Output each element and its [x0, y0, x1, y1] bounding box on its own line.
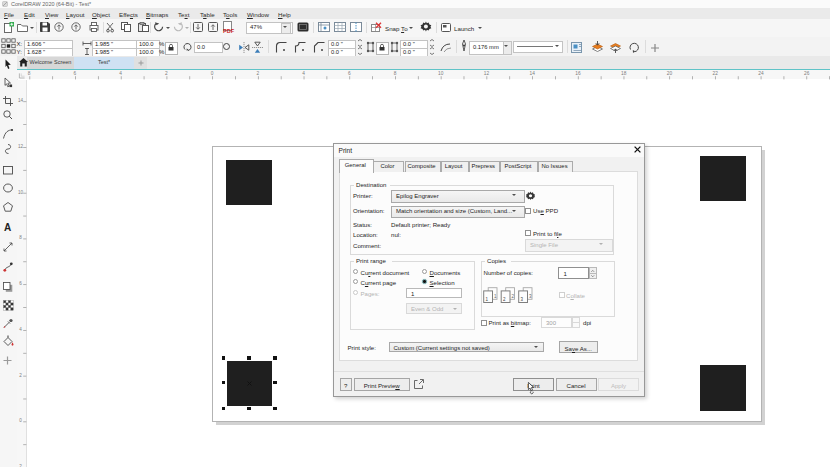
svg-text:A: A: [4, 222, 11, 233]
svg-text:PDF: PDF: [223, 28, 235, 34]
